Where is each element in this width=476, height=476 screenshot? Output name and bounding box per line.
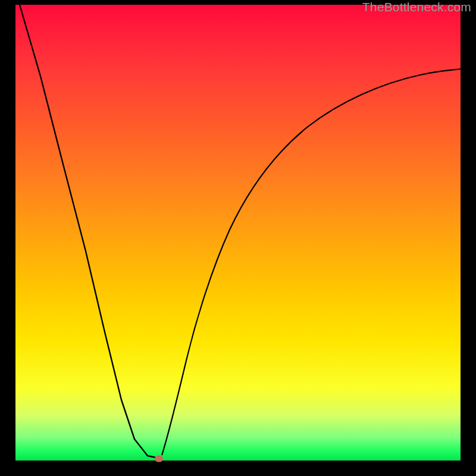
watermark-text: TheBottleneck.com xyxy=(362,0,471,14)
plot-area xyxy=(15,5,461,461)
curve-right-branch xyxy=(162,69,461,455)
curve-left-branch xyxy=(20,5,156,458)
minimum-marker xyxy=(155,456,163,462)
bottleneck-curve xyxy=(15,5,461,461)
chart-stage: TheBottleneck.com xyxy=(0,0,476,476)
